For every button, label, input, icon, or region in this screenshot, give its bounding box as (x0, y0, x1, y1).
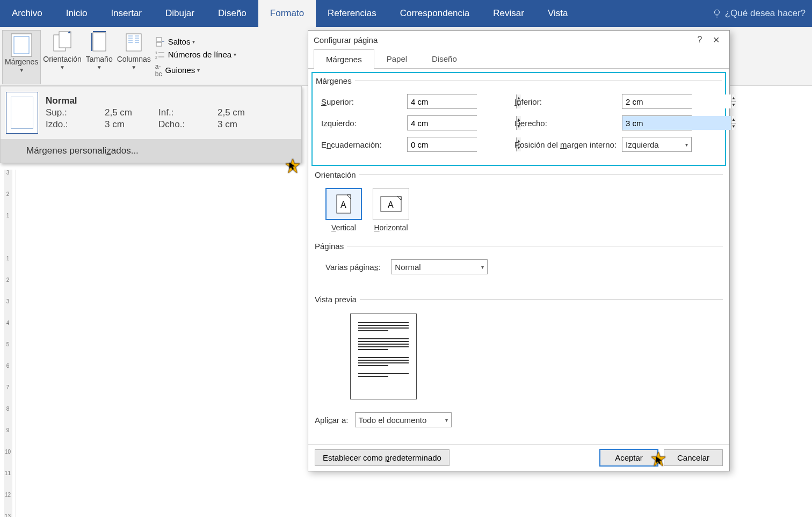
margins-preset-normal[interactable]: Normal Sup.: 2,5 cm Inf.: 2,5 cm Izdo.: … (1, 86, 301, 139)
cancel-button[interactable]: Cancelar (664, 449, 723, 466)
dialog-tab-diseno[interactable]: Diseño (419, 49, 469, 68)
size-button[interactable]: Tamaño ▼ (84, 30, 115, 84)
ribbon-tabs: Archivo Inicio Insertar Dibujar Diseño F… (0, 0, 812, 27)
right-margin-input[interactable]: ▲▼ (622, 115, 692, 130)
spin-down-icon[interactable]: ▼ (731, 123, 736, 130)
landscape-icon: A (373, 188, 409, 220)
tab-diseno[interactable]: Diseño (206, 0, 258, 27)
pages-legend: Páginas (315, 242, 347, 251)
margins-label: Márgenes (5, 57, 38, 66)
preview-legend: Vista previa (315, 295, 360, 304)
top-margin-value[interactable] (408, 94, 516, 108)
orientation-landscape[interactable]: A Horizontal (373, 188, 409, 232)
tab-referencias[interactable]: Referencias (316, 0, 388, 27)
tab-formato[interactable]: Formato (258, 0, 316, 27)
left-margin-value[interactable] (408, 116, 516, 130)
margins-button[interactable]: Márgenes ▼ (2, 30, 41, 84)
apply-to-select[interactable]: Todo el documento ▾ (355, 412, 452, 427)
margins-group: Márgenes Superior: ▲▼ Inferior: ▲▼ Izqui… (316, 76, 722, 155)
chevron-down-icon: ▼ (60, 64, 65, 70)
line-numbers-icon: 12 (155, 50, 165, 60)
custom-margins-item[interactable]: Márgenes personalizados... (1, 139, 301, 163)
preset-der-val: 3 cm (218, 119, 271, 130)
vertical-ruler[interactable]: 32112345678910111213 (0, 170, 16, 517)
bottom-margin-value[interactable] (622, 94, 731, 108)
bottom-margin-label: Inferior: (514, 97, 622, 106)
orientation-legend: Orientación (315, 170, 359, 179)
dialog-title-text: Configurar página (314, 35, 378, 45)
landscape-label: Horizontal (373, 223, 409, 232)
preview-thumbnail (350, 314, 417, 399)
dialog-body: Márgenes Superior: ▲▼ Inferior: ▲▼ Izqui… (308, 69, 729, 444)
columns-label: Columnas (117, 55, 151, 63)
chevron-down-icon: ▼ (97, 64, 102, 70)
close-button[interactable]: ✕ (708, 35, 724, 45)
preset-info: Normal Sup.: 2,5 cm Inf.: 2,5 cm Izdo.: … (46, 96, 296, 130)
chevron-down-icon: ▾ (445, 417, 448, 423)
multiple-pages-select[interactable]: Normal ▾ (391, 259, 488, 274)
breaks-button[interactable]: Saltos▾ (153, 35, 238, 48)
preset-izq-label: Izdo.: (46, 119, 105, 130)
chevron-down-icon: ▼ (131, 64, 136, 70)
help-button[interactable]: ? (692, 35, 708, 45)
chevron-down-icon: ▾ (192, 39, 195, 45)
preset-sup-label: Sup.: (46, 107, 105, 118)
custom-margins-label: Márgenes personalizados... (26, 145, 139, 156)
margins-legend: Márgenes (316, 76, 355, 85)
hyphenation-icon: a-bc (155, 63, 162, 78)
orientation-button[interactable]: Orientación ▼ (41, 30, 84, 84)
svg-point-0 (714, 10, 719, 14)
size-label: Tamaño (86, 55, 113, 63)
left-margin-input[interactable]: ▲▼ (407, 115, 477, 130)
spin-down-icon[interactable]: ▼ (731, 102, 736, 109)
right-margin-value[interactable] (622, 116, 731, 130)
hyphenation-label: Guiones (165, 65, 195, 75)
orientation-label: Orientación (43, 55, 82, 63)
tab-revisar[interactable]: Revisar (481, 0, 536, 27)
spin-up-icon[interactable]: ▲ (731, 116, 736, 123)
top-margin-input[interactable]: ▲▼ (407, 94, 477, 109)
tab-vista[interactable]: Vista (536, 0, 580, 27)
gutter-value[interactable] (408, 137, 516, 151)
line-numbers-button[interactable]: 12 Números de línea▾ (153, 48, 238, 61)
tab-archivo[interactable]: Archivo (0, 0, 54, 27)
bottom-margin-input[interactable]: ▲▼ (622, 94, 692, 109)
dialog-titlebar: Configurar página ? ✕ (308, 31, 729, 49)
dialog-tab-margenes[interactable]: Márgenes (314, 49, 374, 69)
dialog-tab-papel[interactable]: Papel (374, 49, 419, 68)
dialog-tabs: Márgenes Papel Diseño (308, 49, 729, 69)
columns-icon (123, 30, 144, 55)
spin-up-icon[interactable]: ▲ (731, 94, 736, 102)
preset-thumb-icon (6, 92, 38, 134)
left-margin-label: Izquierdo: (321, 119, 407, 128)
svg-rect-4 (59, 32, 71, 48)
apply-to-row: Aplicar a: Todo el documento ▾ (315, 412, 723, 427)
hyphenation-button[interactable]: a-bc Guiones▾ (153, 61, 238, 79)
tab-dibujar[interactable]: Dibujar (154, 0, 206, 27)
tell-me-search[interactable]: ¿Qué desea hacer? (706, 0, 812, 27)
preview-group: Vista previa (315, 295, 723, 403)
orientation-icon (52, 30, 73, 55)
preset-izq-val: 3 cm (105, 119, 158, 130)
columns-button[interactable]: Columnas ▼ (115, 30, 153, 84)
chevron-down-icon: ▾ (481, 264, 484, 270)
orientation-group: Orientación A Vertical A Horizontal (315, 170, 723, 236)
svg-rect-17 (156, 38, 162, 41)
portrait-label: Vertical (325, 223, 362, 232)
set-as-default-button[interactable]: Establecer como predeterminado (315, 449, 450, 466)
gutter-input[interactable]: ▲▼ (407, 137, 477, 152)
gutter-position-select[interactable]: Izquierda ▾ (622, 137, 692, 152)
svg-rect-18 (156, 42, 162, 46)
ok-button[interactable]: Aceptar (599, 449, 658, 467)
margins-icon (11, 33, 32, 57)
svg-text:2: 2 (155, 55, 157, 59)
pages-group: Páginas Varias páginas: Normal ▾ (315, 242, 723, 279)
orientation-portrait[interactable]: A Vertical (325, 188, 362, 232)
tab-insertar[interactable]: Insertar (99, 0, 154, 27)
gutter-label: Encuadernación: (321, 140, 407, 149)
tab-correspondencia[interactable]: Correspondencia (388, 0, 481, 27)
svg-text:A: A (388, 200, 394, 209)
tab-inicio[interactable]: Inicio (54, 0, 99, 27)
preset-inf-val: 2,5 cm (218, 107, 271, 118)
svg-text:A: A (340, 200, 346, 209)
